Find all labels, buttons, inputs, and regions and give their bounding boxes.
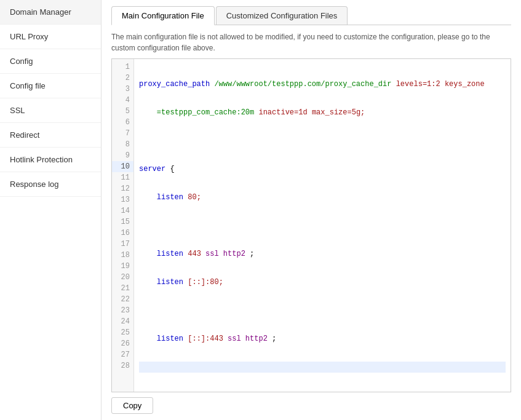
line-num-24: 24	[112, 316, 133, 327]
sidebar-label-domain-manager: Domain Manager	[10, 7, 71, 17]
line-num-28: 28	[112, 360, 133, 371]
sidebar-item-config-file[interactable]: Config file	[0, 74, 101, 98]
sidebar-label-response-log: Response log	[10, 180, 59, 189]
line-num-19: 19	[112, 261, 133, 272]
line-num-11: 11	[112, 172, 133, 183]
line-num-17: 17	[112, 239, 133, 250]
line-num-14: 14	[112, 205, 133, 216]
copy-button[interactable]: Copy	[111, 397, 153, 414]
code-line-4: listen 80;	[139, 192, 506, 203]
code-line-5	[139, 220, 506, 231]
code-line-3: server {	[139, 164, 506, 175]
tab-custom-config[interactable]: Customized Configuration Files	[216, 6, 348, 25]
code-line-7: listen [::]:80;	[139, 277, 506, 288]
line-num-27: 27	[112, 349, 133, 360]
line-num-7: 7	[112, 128, 133, 139]
sidebar-item-hotlink-protection[interactable]: Hotlink Protection	[0, 148, 101, 172]
main-content: Main Configuration File Customized Confi…	[101, 0, 521, 420]
sidebar-label-hotlink-protection: Hotlink Protection	[10, 155, 73, 164]
sidebar-item-response-log[interactable]: Response log	[0, 172, 101, 197]
line-num-9: 9	[112, 150, 133, 161]
code-editor[interactable]: 1 2 3 4 5 6 7 8 9 10 11 12 13 14 15 16 1…	[111, 58, 511, 392]
code-line-10: ​	[139, 362, 506, 373]
code-line-8	[139, 305, 506, 316]
line-num-6: 6	[112, 117, 133, 128]
sidebar-label-config-file: Config file	[10, 81, 46, 90]
sidebar-item-redirect[interactable]: Redirect	[0, 123, 101, 148]
sidebar-label-url-proxy: URL Proxy	[10, 32, 48, 41]
code-text[interactable]: proxy_cache_path /www/wwwroot/testppp.co…	[134, 59, 511, 392]
line-num-5: 5	[112, 106, 133, 117]
line-numbers: 1 2 3 4 5 6 7 8 9 10 11 12 13 14 15 16 1…	[112, 59, 134, 392]
sidebar-item-config[interactable]: Config	[0, 49, 101, 74]
code-line-1: proxy_cache_path /www/wwwroot/testppp.co…	[139, 79, 506, 90]
line-num-2: 2	[112, 73, 133, 84]
tab-main-config[interactable]: Main Configuration File	[111, 6, 215, 25]
sidebar-label-redirect: Redirect	[10, 130, 39, 140]
code-line-11: server_name testppp.com 192.168.11.2;	[139, 390, 506, 392]
line-num-8: 8	[112, 139, 133, 150]
sidebar-item-url-proxy[interactable]: URL Proxy	[0, 25, 101, 49]
sidebar-item-ssl[interactable]: SSL	[0, 98, 101, 123]
line-num-13: 13	[112, 194, 133, 205]
line-num-26: 26	[112, 338, 133, 349]
line-num-22: 22	[112, 294, 133, 305]
sidebar-item-domain-manager[interactable]: Domain Manager	[0, 0, 101, 25]
line-num-4: 4	[112, 95, 133, 106]
line-num-1: 1	[112, 61, 133, 73]
sidebar: Domain Manager URL Proxy Config Config f…	[0, 0, 101, 420]
tab-custom-config-label: Customized Configuration Files	[226, 11, 338, 20]
code-line-2	[139, 135, 506, 146]
code-line-6: listen 443 ssl http2 ;	[139, 248, 506, 260]
line-num-20: 20	[112, 272, 133, 283]
line-num-23: 23	[112, 305, 133, 316]
line-num-25: 25	[112, 327, 133, 338]
line-num-3: 3	[112, 84, 133, 95]
notice-text: The main configuration file is not allow…	[111, 31, 511, 53]
line-num-21: 21	[112, 283, 133, 294]
line-num-16: 16	[112, 228, 133, 239]
line-num-18: 18	[112, 250, 133, 261]
line-num-15: 15	[112, 216, 133, 228]
tab-bar: Main Configuration File Customized Confi…	[111, 6, 511, 25]
code-line-9: listen [::]:443 ssl http2 ;	[139, 333, 506, 344]
sidebar-label-ssl: SSL	[10, 106, 25, 115]
line-num-10: 10	[112, 161, 133, 172]
line-num-12: 12	[112, 183, 133, 194]
code-line-1b: =testppp_com_cache:20m inactive=1d max_s…	[139, 107, 506, 118]
tab-main-config-label: Main Configuration File	[122, 11, 204, 20]
sidebar-label-config: Config	[10, 57, 33, 66]
